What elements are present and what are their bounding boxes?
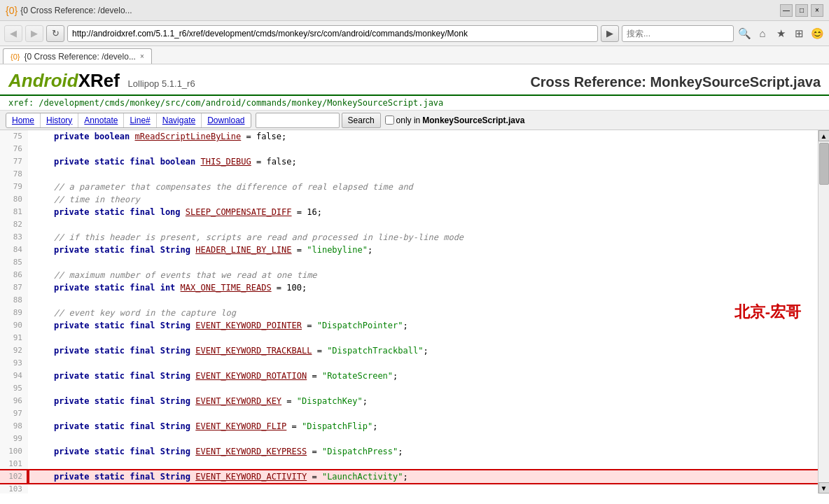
keyword: private [54,132,90,141]
tab-icon: {0} [11,52,20,61]
line-content: private static final int MAX_ONE_TIME_RE… [28,281,818,294]
download-link[interactable]: Download [202,113,250,127]
line-content: private static final String HEADER_LINE_… [28,244,818,256]
line-number: 91 [0,332,28,344]
table-row: 102 private static final String EVENT_KE… [0,470,818,483]
string-literal: "DispatchFlip" [302,421,372,431]
keyword: boolean [95,132,130,141]
symbol[interactable]: EVENT_KEYWORD_ROTATION [195,371,307,381]
table-row: 83 // if this header is present, scripts… [0,231,818,244]
line-link[interactable]: Line# [124,113,156,127]
symbol[interactable]: EVENT_KEYWORD_ACTIVITY [195,472,307,482]
address-bar[interactable] [67,25,598,42]
symbol[interactable]: EVENT_KEYWORD_FLIP [195,421,286,431]
keyword: static [95,371,125,381]
line-number: 83 [0,231,28,244]
refresh-button[interactable]: ↻ [46,25,64,42]
keyword: static [95,157,125,167]
brand-xref: XRef [78,70,120,91]
scrollbar-track[interactable]: ▲ ▼ [818,130,829,493]
keyword: String [160,421,190,431]
line-number: 97 [0,407,28,420]
filename-label: MonkeySourceScript.java [422,115,524,125]
line-number: 77 [0,155,28,168]
back-button[interactable]: ◀ [4,25,22,42]
scrollbar-up-button[interactable]: ▲ [818,130,830,141]
navigate-link[interactable]: Navigate [157,113,202,127]
symbol[interactable]: EVENT_KEYWORD_POINTER [195,321,302,330]
keyword: String [160,321,190,330]
keyword: private [54,421,90,431]
home-nav-icon[interactable]: ⌂ [755,26,770,41]
table-row: 84 private static final String HEADER_LI… [0,244,818,256]
symbol[interactable]: HEADER_LINE_BY_LINE [195,245,291,255]
go-button[interactable]: ▶ [601,25,619,42]
line-content [28,433,818,445]
table-row: 80 // time in theory [0,193,818,206]
tab-label: {0 Cross Reference: /develo... [24,52,135,62]
line-number: 80 [0,193,28,206]
code-search-button[interactable]: Search [342,113,381,128]
history-link[interactable]: History [41,113,78,127]
line-number: 92 [0,344,28,357]
line-content [28,382,818,395]
symbol[interactable]: EVENT_KEYWORD_TRACKBALL [195,346,312,356]
table-row: 78 [0,168,818,181]
code-search-input[interactable] [256,113,340,128]
keyword: private [54,207,90,217]
browser-search-input[interactable] [622,25,734,42]
keyword: long [160,207,181,217]
minimize-button[interactable]: — [780,4,793,17]
table-row: 101 [0,458,818,470]
keyword: private [54,283,90,293]
breadcrumb[interactable]: xref: /development/cmds/monkey/src/com/a… [0,96,829,111]
keyword: static [95,472,125,482]
maximize-button[interactable]: □ [795,4,808,17]
symbol[interactable]: THIS_DEBUG [200,157,251,167]
line-number: 75 [0,130,28,143]
browser-icon: {0} [6,5,18,16]
symbol[interactable]: mReadScriptLineByLine [135,132,242,141]
search-icon[interactable]: 🔍 [737,26,752,41]
close-button[interactable]: × [811,4,823,17]
line-content [28,483,818,493]
scrollbar-down-button[interactable]: ▼ [818,482,830,493]
keyword: final [130,207,155,217]
share-icon[interactable]: ⊞ [791,26,807,41]
page-title: Cross Reference: MonkeySourceScript.java [530,74,821,90]
line-number: 90 [0,319,28,332]
table-row: 89 // event key word in the capture log [0,307,818,319]
line-number: 96 [0,395,28,407]
keyword: final [130,472,155,482]
table-row: 87 private static final int MAX_ONE_TIME… [0,281,818,294]
line-content [28,168,818,181]
symbol[interactable]: EVENT_KEYWORD_KEY [195,396,281,406]
tab-close-button[interactable]: × [140,52,144,60]
code-area[interactable]: 75 private boolean mReadScriptLineByLine… [0,130,818,493]
active-tab[interactable]: {0} {0 Cross Reference: /develo... × [3,48,152,64]
keyword: private [54,321,90,330]
symbol[interactable]: EVENT_KEYWORD_KEYPRESS [195,447,307,456]
table-row: 90 private static final String EVENT_KEY… [0,319,818,332]
line-content [28,218,818,231]
home-link[interactable]: Home [6,113,41,127]
line-number: 87 [0,281,28,294]
only-in-checkbox[interactable] [385,115,394,125]
line-number: 82 [0,218,28,231]
annotate-link[interactable]: Annotate [78,113,124,127]
keyword: private [54,472,90,482]
keyword: String [160,346,190,356]
line-content [28,407,818,420]
table-row: 97 [0,407,818,420]
keyword: final [130,346,155,356]
keyword: private [54,157,90,167]
user-icon[interactable]: 😊 [809,26,825,41]
table-row: 88 [0,294,818,307]
forward-button[interactable]: ▶ [25,25,43,42]
scrollbar-thumb[interactable] [819,143,829,185]
window-controls[interactable]: — □ × [780,4,823,17]
table-row: 79 // a parameter that compensates the d… [0,181,818,193]
symbol[interactable]: SLEEP_COMPENSATE_DIFF [186,207,292,217]
symbol[interactable]: MAX_ONE_TIME_READS [181,283,272,293]
bookmark-icon[interactable]: ★ [773,26,788,41]
